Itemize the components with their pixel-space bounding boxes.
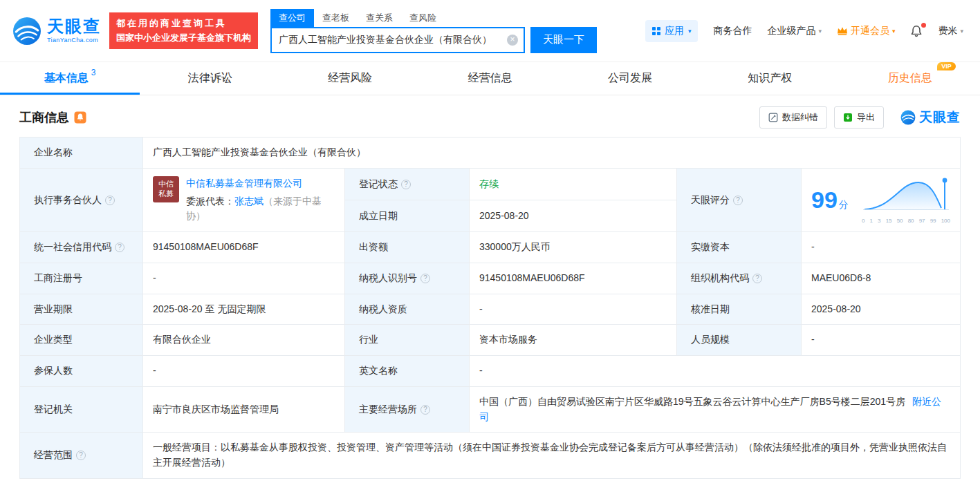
vip-badge: VIP [937, 62, 956, 70]
logo-text: 天眼查 TianYanCha.com [47, 18, 101, 44]
tab-basic-info[interactable]: 基本信息 3 [0, 62, 140, 95]
export-excel-icon [843, 113, 853, 122]
score-axis-ticks: 0131550809799100 [862, 218, 950, 224]
value-registration-status: 存续 [470, 168, 677, 200]
label-executive-partner: 执行事务合伙人? [20, 168, 143, 232]
search-tab-company[interactable]: 查公司 [270, 9, 314, 27]
label-registration-status: 登记状态? [345, 168, 470, 200]
info-icon[interactable]: ? [401, 180, 411, 189]
row-business-scope: 经营范围? 一般经营项目：以私募基金从事股权投资、投资管理、资产管理等活动（须在… [20, 433, 961, 478]
tab-legal-proceedings[interactable]: 法律诉讼 [140, 62, 279, 95]
score-curve-icon [862, 176, 950, 214]
apps-grid-icon [652, 27, 660, 35]
tab-operating-info[interactable]: 经营信息 [420, 62, 560, 95]
row-partner-status: 执行事务合伙人? 中信 私募 中信私募基金管理有限公司 委派代表：张志斌（来源于… [20, 168, 961, 200]
info-icon[interactable]: ? [420, 274, 430, 283]
tab-label: 法律诉讼 [188, 71, 232, 86]
info-icon[interactable]: ? [733, 196, 743, 205]
user-menu[interactable]: 费米 ▾ [938, 25, 963, 37]
tianyancha-logo-icon [900, 110, 916, 125]
tab-label: 基本信息 [44, 71, 89, 86]
label-taxpayer-quality: 纳税人资质 [345, 294, 470, 325]
value-industry: 资本市场服务 [470, 325, 677, 356]
rep-label: 委派代表： [186, 196, 234, 207]
tab-company-development[interactable]: 公司发展 [560, 62, 700, 95]
info-icon[interactable]: ? [420, 405, 430, 415]
data-correction-button[interactable]: 数据纠错 [759, 106, 827, 129]
value-registration-number: - [143, 263, 345, 294]
watermark-text: 天眼查 [919, 108, 961, 126]
label-tianyan-score: 天眼评分? [677, 168, 802, 232]
label-capital: 出资额 [345, 232, 470, 263]
search-input[interactable] [279, 35, 503, 46]
tab-label: 经营信息 [468, 71, 512, 86]
search-box: × [270, 27, 525, 53]
button-label: 导出 [857, 111, 875, 124]
search-button[interactable]: 天眼一下 [530, 27, 597, 53]
slogan-line-2: 国家中小企业发展子基金旗下机构 [116, 31, 251, 46]
value-business-scope: 一般经营项目：以私募基金从事股权投资、投资管理、资产管理等活动（须在中国证券投资… [143, 433, 961, 478]
info-icon[interactable]: ? [76, 451, 86, 460]
partner-logo-badge: 中信 私募 [153, 176, 179, 202]
label-industry: 行业 [345, 325, 470, 356]
label-establish-date: 成立日期 [345, 200, 470, 232]
nav-label: 企业级产品 [767, 25, 815, 37]
section-title: 工商信息 [19, 109, 86, 126]
apps-menu[interactable]: 应用 ▾ [645, 20, 699, 42]
value-approval-date: 2025-08-20 [802, 294, 961, 325]
search-type-tabs: 查公司 查老板 查关系 查风险 [270, 9, 597, 27]
username: 费米 [938, 25, 957, 37]
partner-company-link[interactable]: 中信私募基金管理有限公司 [186, 178, 302, 189]
partner-rep-link[interactable]: 张志斌 [234, 196, 264, 207]
label-business-address: 主要经营场所? [345, 386, 470, 432]
nav-enterprise-products[interactable]: 企业级产品 ▾ [767, 25, 822, 37]
row-registration-authority: 登记机关 南宁市良庆区市场监督管理局 主要经营场所? 中国（广西）自由贸易试验区… [20, 386, 961, 432]
brand-slogan: 都在用的商业查询工具 国家中小企业发展子基金旗下机构 [109, 12, 258, 50]
search-area: 查公司 查老板 查关系 查风险 × 天眼一下 [270, 9, 597, 53]
nav-label: 开通会员 [851, 25, 889, 37]
row-business-term: 营业期限 2025-08-20 至 无固定期限 纳税人资质 - 核准日期 202… [20, 294, 961, 325]
tab-label: 公司发展 [608, 71, 652, 86]
notifications-bell[interactable] [910, 25, 923, 37]
search-tab-relation[interactable]: 查关系 [358, 9, 401, 27]
info-icon[interactable]: ? [752, 274, 762, 283]
top-bar: 天眼查 TianYanCha.com 都在用的商业查询工具 国家中小企业发展子基… [0, 0, 980, 62]
subscribe-bell-icon[interactable] [74, 111, 86, 124]
button-label: 数据纠错 [782, 111, 818, 124]
row-registration-number: 工商注册号 - 纳税人识别号? 91450108MAEU06D68F 组织机构代… [20, 263, 961, 294]
info-icon[interactable]: ? [105, 196, 115, 205]
info-icon[interactable]: ? [115, 243, 124, 252]
value-taxpayer-id: 91450108MAEU06D68F [470, 263, 677, 294]
section-title-text: 工商信息 [19, 109, 69, 126]
nav-upgrade-vip[interactable]: 开通会员 ▾ [837, 25, 896, 37]
row-insured-count: 参保人数 - 英文名称 - [20, 356, 961, 387]
section-actions: 数据纠错 导出 天眼查 [759, 106, 961, 129]
value-company-type: 有限合伙企业 [143, 325, 345, 356]
value-org-code: MAEU06D6-8 [802, 263, 961, 294]
score-number[interactable]: 99分 [811, 182, 849, 218]
row-credit-code: 统一社会信用代码? 91450108MAEU06D68F 出资额 330000万… [20, 232, 961, 263]
apps-label: 应用 [665, 25, 684, 37]
tab-intellectual-property[interactable]: 知识产权 [700, 62, 840, 95]
label-company-name: 企业名称 [20, 138, 143, 169]
value-paid-capital: - [802, 232, 961, 263]
business-info-table: 企业名称 广西人工智能产业投资基金合伙企业（有限合伙） 执行事务合伙人? 中信 … [19, 137, 961, 479]
clear-search-icon[interactable]: × [507, 35, 518, 46]
tab-history-info[interactable]: 历史信息 VIP [840, 62, 980, 95]
tab-operating-risk[interactable]: 经营风险 [280, 62, 420, 95]
tianyancha-logo-icon [12, 17, 41, 46]
value-establish-date: 2025-08-20 [470, 200, 677, 232]
brand-domain: TianYanCha.com [47, 37, 101, 44]
export-button[interactable]: 导出 [834, 106, 884, 129]
tianyancha-logo[interactable]: 天眼查 TianYanCha.com [12, 17, 101, 46]
search-tab-boss[interactable]: 查老板 [314, 9, 358, 27]
tianyancha-watermark-logo: 天眼查 [900, 108, 961, 126]
search-row: × 天眼一下 [270, 27, 597, 53]
search-tab-risk[interactable]: 查风险 [401, 9, 445, 27]
value-executive-partner: 中信 私募 中信私募基金管理有限公司 委派代表：张志斌（来源于中基协） [143, 168, 345, 232]
notification-dot [921, 23, 926, 28]
chevron-down-icon: ▾ [818, 28, 822, 35]
chevron-down-icon: ▾ [688, 28, 692, 35]
label-insured-count: 参保人数 [20, 356, 143, 387]
nav-business-cooperation[interactable]: 商务合作 [713, 25, 752, 37]
